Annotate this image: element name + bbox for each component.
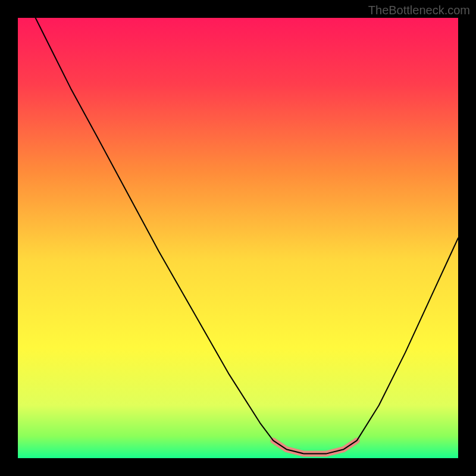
gradient-background [18,18,458,458]
bottleneck-chart [0,0,476,476]
watermark-text: TheBottleneck.com [368,4,470,17]
chart-svg [0,0,476,476]
